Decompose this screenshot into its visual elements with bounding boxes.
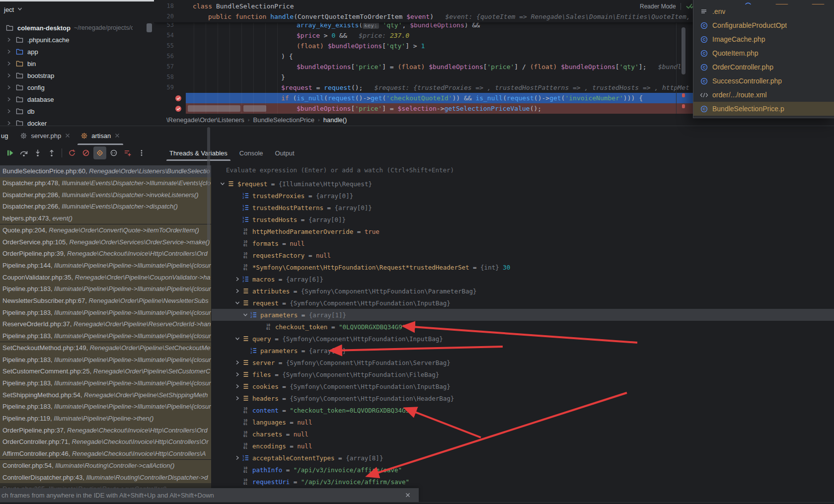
- stack-frame[interactable]: Pipeline.php:183, Illuminate\Pipeline\Pi…: [0, 330, 211, 342]
- variable-row-attributes[interactable]: attributes = {Symfony\Component\HttpFoun…: [212, 285, 834, 297]
- variable-row-headers[interactable]: headers = {Symfony\Component\HttpFoundat…: [212, 392, 834, 404]
- stack-frame[interactable]: Controller.php:54, Illuminate\Routing\Co…: [0, 460, 211, 472]
- stack-frame[interactable]: CouponValidator.php:35, Renegade\Order\P…: [0, 271, 211, 283]
- breadcrumb-item[interactable]: \Renegade\Order\Listeners: [166, 116, 244, 124]
- splitter-handle[interactable]: [147, 23, 152, 32]
- chevron-right-icon[interactable]: [6, 49, 12, 55]
- tab-threads-variables[interactable]: Threads & Variables: [163, 145, 233, 161]
- stack-frame[interactable]: Dispatcher.php:286, Illuminate\Events\Di…: [0, 189, 211, 201]
- stack-frame[interactable]: ReserveOrderId.php:37, Renegade\Order\Pi…: [0, 318, 211, 330]
- chevron-down-icon[interactable]: [234, 300, 241, 306]
- evaluate-expression-input[interactable]: Evaluate expression (Enter) or add a wat…: [212, 163, 834, 176]
- more-options-icon[interactable]: [135, 146, 148, 159]
- stack-frame[interactable]: Pipeline.php:183, Illuminate\Pipeline\Pi…: [0, 401, 211, 413]
- breadcrumb-item[interactable]: handle(): [323, 116, 347, 124]
- chevron-right-icon[interactable]: [6, 37, 12, 43]
- reader-mode-widget[interactable]: Reader Mode: [640, 1, 695, 11]
- variable-row-cookies[interactable]: cookies = {Symfony\Component\HttpFoundat…: [212, 380, 834, 392]
- editor-scrollbar-thumb[interactable]: [682, 27, 685, 74]
- variable-row-parameters[interactable]: 12parameters = {array[0]}: [212, 345, 834, 357]
- stack-frame[interactable]: Pipeline.php:183, Illuminate\Pipeline\Pi…: [0, 306, 211, 318]
- chevron-right-icon[interactable]: [234, 455, 241, 461]
- variable-row-content[interactable]: 1001content = "checkout_token=0LQVODRGXD…: [212, 404, 834, 416]
- variable-row-trustedHostPatterns[interactable]: 12trustedHostPatterns = {array[0]}: [212, 202, 834, 214]
- view-breakpoints-icon[interactable]: [107, 146, 120, 159]
- variable-row-encodings[interactable]: 1001encodings = null: [212, 440, 834, 452]
- variable-row-files[interactable]: files = {Symfony\Component\HttpFoundatio…: [212, 368, 834, 380]
- stack-frame[interactable]: OrderPipeline.php:37, Renegade\Checkout\…: [0, 424, 211, 436]
- stack-frame[interactable]: Dispatcher.php:478, Illuminate\Events\Di…: [0, 177, 211, 189]
- chevron-right-icon[interactable]: [6, 84, 12, 90]
- chevron-right-icon[interactable]: [234, 395, 241, 401]
- project-root-row[interactable]: coleman-desktop ~/renegade/projects/cole…: [0, 22, 154, 34]
- stack-frame[interactable]: Pipeline.php:144, Illuminate\Pipeline\Pi…: [0, 260, 211, 272]
- chevron-right-icon[interactable]: [234, 360, 241, 365]
- variable-row-checkout_token[interactable]: 1001checkout_token = "0LQVODRGXDBQ34G9": [212, 321, 834, 333]
- chevron-right-icon[interactable]: [234, 383, 241, 389]
- variable-row--request[interactable]: $request = {Illuminate\Http\Request}: [212, 178, 834, 190]
- resume-icon[interactable]: [3, 146, 16, 159]
- chevron-right-icon[interactable]: [6, 108, 12, 114]
- stack-frame[interactable]: Dispatcher.php:266, Illuminate\Events\Di…: [0, 201, 211, 213]
- breakpoint-diamond-icon[interactable]: [93, 146, 106, 159]
- variable-row-pathInfo[interactable]: 1001pathInfo = "/api/v3/invoice/affirm/s…: [212, 464, 834, 476]
- tab-artisan[interactable]: artisan: [76, 126, 125, 145]
- stack-frame[interactable]: Pipeline.php:183, Illuminate\Pipeline\Pi…: [0, 283, 211, 295]
- stack-frame[interactable]: SetShippingMethod.php:54, Renegade\Order…: [0, 389, 211, 401]
- variable-row-request[interactable]: request = {Symfony\Component\HttpFoundat…: [212, 297, 834, 309]
- project-item-bin[interactable]: bin: [0, 58, 154, 70]
- variable-row-server[interactable]: server = {Symfony\Component\HttpFoundati…: [212, 357, 834, 368]
- project-item-config[interactable]: config: [0, 81, 154, 93]
- variable-row-requestUri[interactable]: 1001requestUri = "/api/v3/invoice/affirm…: [212, 476, 834, 488]
- variable-row--Symfony-Component-HttpFoundation-Request-trustedHeaderSet[interactable]: 1001*Symfony\Component\HttpFoundation\Re…: [212, 261, 834, 273]
- stack-frame[interactable]: Pipeline.php:119, Illuminate\Pipeline\Pi…: [0, 413, 211, 425]
- recent-file-QuoteItem-php[interactable]: CQuoteItem.php: [693, 46, 834, 60]
- chevron-right-icon[interactable]: [6, 72, 12, 78]
- breadcrumb-item[interactable]: BundleSelectionPrice: [253, 116, 314, 124]
- step-into-icon[interactable]: [31, 146, 44, 159]
- chevron-right-icon[interactable]: [6, 96, 12, 102]
- stack-frame[interactable]: BundleSelectionPrice.php:60, Renegade\Or…: [0, 165, 211, 177]
- stack-frame[interactable]: SetCheckoutMethod.php:149, Renegade\Orde…: [0, 342, 211, 354]
- recent-file-order-route-xml[interactable]: order/.../route.xml: [693, 88, 834, 102]
- project-tool-window-header[interactable]: ject: [4, 4, 23, 15]
- variable-row-trustedHosts[interactable]: 12trustedHosts = {array[0]}: [212, 214, 834, 225]
- variable-row-acceptableContentTypes[interactable]: 12acceptableContentTypes = {array[8]}: [212, 452, 834, 464]
- variable-row-formats[interactable]: 1001formats = null: [212, 237, 834, 249]
- stack-frame[interactable]: NewsletterSubscriber.php:67, Renegade\Or…: [0, 295, 211, 307]
- stack-frame[interactable]: AffirmController.php:46, Renegade\Checko…: [0, 448, 211, 460]
- stack-frame[interactable]: Pipeline.php:183, Illuminate\Pipeline\Pi…: [0, 377, 211, 389]
- close-icon[interactable]: [114, 133, 120, 139]
- variable-row-languages[interactable]: 1001languages = null: [212, 416, 834, 428]
- tab-output[interactable]: Output: [269, 145, 301, 161]
- variable-row-macros[interactable]: 12macros = {array[6]}: [212, 273, 834, 285]
- variable-row-requestFactory[interactable]: 1001requestFactory = null: [212, 249, 834, 261]
- tab-console[interactable]: Console: [233, 145, 269, 161]
- stack-frame[interactable]: Quote.php:204, Renegade\Order\Convert\Qu…: [0, 224, 211, 236]
- variable-row-httpMethodParameterOverride[interactable]: 1001httpMethodParameterOverride = true: [212, 225, 834, 237]
- chevron-right-icon[interactable]: [234, 288, 241, 294]
- project-item-app[interactable]: app: [0, 46, 154, 58]
- variable-row-trustedProxies[interactable]: 12trustedProxies = {array[0]}: [212, 190, 834, 202]
- project-item-bootstrap[interactable]: bootstrap: [0, 70, 154, 81]
- recent-file-SuccessController-php[interactable]: CSuccessController.php: [693, 74, 834, 88]
- mute-breakpoints-icon[interactable]: [79, 146, 92, 159]
- stack-frame[interactable]: helpers.php:473, event(): [0, 213, 211, 224]
- chevron-right-icon[interactable]: [234, 371, 241, 377]
- stack-frame[interactable]: OrderController.php:71, Renegade\Checkou…: [0, 436, 211, 448]
- scrollbar-breakpoint-stripe[interactable]: [682, 104, 685, 108]
- variable-row-query[interactable]: query = {Symfony\Component\HttpFoundatio…: [212, 333, 834, 345]
- step-over-icon[interactable]: [17, 146, 30, 159]
- stack-frame[interactable]: OrderService.php:105, Renegade\Order\Ser…: [0, 236, 211, 248]
- recent-file-BundleSelectionPrice-p[interactable]: CBundleSelectionPrice.p: [693, 102, 834, 116]
- chevron-right-icon[interactable]: [6, 61, 12, 67]
- close-icon[interactable]: [405, 492, 411, 498]
- project-item-database[interactable]: database: [0, 93, 154, 105]
- variable-row-parameters[interactable]: 12parameters = {array[1]}: [212, 309, 834, 321]
- stack-frame[interactable]: ControllerDispatcher.php:43, Illuminate\…: [0, 471, 211, 483]
- chevron-down-icon[interactable]: [234, 336, 241, 342]
- stack-frame[interactable]: Pipeline.php:183, Illuminate\Pipeline\Pi…: [0, 354, 211, 365]
- add-watch-icon[interactable]: [121, 146, 134, 159]
- recent-file-OrderController-php[interactable]: COrderController.php: [693, 60, 834, 74]
- frames-scrollbar-thumb[interactable]: [207, 127, 210, 240]
